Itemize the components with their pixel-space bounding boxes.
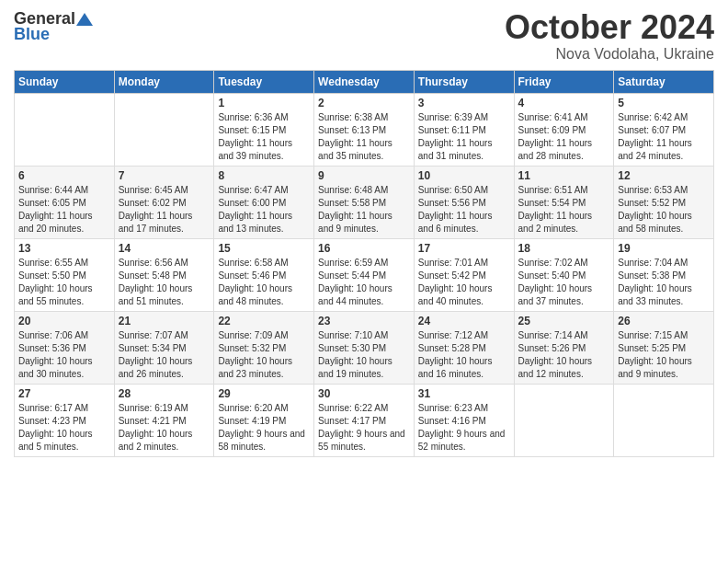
calendar-cell: 29Sunrise: 6:20 AM Sunset: 4:19 PM Dayli… [214,384,314,456]
day-detail: Sunrise: 6:23 AM Sunset: 4:16 PM Dayligh… [418,402,510,454]
calendar-cell: 17Sunrise: 7:01 AM Sunset: 5:42 PM Dayli… [414,238,514,311]
calendar-cell: 19Sunrise: 7:04 AM Sunset: 5:38 PM Dayli… [614,238,714,311]
header: General Blue October 2024 Nova Vodolaha,… [14,9,714,63]
col-saturday: Saturday [614,70,714,93]
day-number: 2 [318,97,410,109]
week-row-1: 1Sunrise: 6:36 AM Sunset: 6:15 PM Daylig… [15,93,714,166]
day-number: 29 [218,387,310,400]
day-number: 1 [218,97,310,109]
day-detail: Sunrise: 7:02 AM Sunset: 5:40 PM Dayligh… [518,257,610,308]
day-number: 28 [119,387,210,400]
day-number: 27 [18,387,110,400]
calendar-cell: 14Sunrise: 6:56 AM Sunset: 5:48 PM Dayli… [114,238,214,311]
calendar-cell: 12Sunrise: 6:53 AM Sunset: 5:52 PM Dayli… [614,166,714,238]
day-detail: Sunrise: 6:53 AM Sunset: 5:52 PM Dayligh… [618,184,710,236]
col-sunday: Sunday [15,70,115,93]
calendar-cell: 5Sunrise: 6:42 AM Sunset: 6:07 PM Daylig… [614,93,714,166]
calendar-page: General Blue October 2024 Nova Vodolaha,… [0,0,728,466]
day-detail: Sunrise: 6:19 AM Sunset: 4:21 PM Dayligh… [119,402,210,454]
day-detail: Sunrise: 6:41 AM Sunset: 6:09 PM Dayligh… [518,111,610,163]
day-detail: Sunrise: 7:01 AM Sunset: 5:42 PM Dayligh… [418,257,510,308]
calendar-cell: 8Sunrise: 6:47 AM Sunset: 6:00 PM Daylig… [214,166,314,238]
day-detail: Sunrise: 6:42 AM Sunset: 6:07 PM Dayligh… [618,111,710,163]
col-tuesday: Tuesday [214,70,314,93]
calendar-cell: 4Sunrise: 6:41 AM Sunset: 6:09 PM Daylig… [514,93,614,166]
calendar-cell: 2Sunrise: 6:38 AM Sunset: 6:13 PM Daylig… [314,93,415,166]
day-number: 25 [518,315,610,327]
day-number: 3 [418,97,510,109]
col-monday: Monday [114,70,214,93]
day-number: 20 [18,315,110,327]
calendar-table: Sunday Monday Tuesday Wednesday Thursday… [14,70,714,457]
day-detail: Sunrise: 7:15 AM Sunset: 5:25 PM Dayligh… [618,329,710,381]
col-wednesday: Wednesday [314,70,415,93]
calendar-cell: 1Sunrise: 6:36 AM Sunset: 6:15 PM Daylig… [214,93,314,166]
day-number: 31 [418,387,510,400]
day-detail: Sunrise: 7:10 AM Sunset: 5:30 PM Dayligh… [318,329,410,381]
day-detail: Sunrise: 6:17 AM Sunset: 4:23 PM Dayligh… [18,402,110,454]
logo: General Blue [14,9,93,44]
svg-marker-0 [76,13,93,26]
day-number: 17 [418,242,510,255]
week-row-3: 13Sunrise: 6:55 AM Sunset: 5:50 PM Dayli… [15,238,714,311]
calendar-cell: 20Sunrise: 7:06 AM Sunset: 5:36 PM Dayli… [15,311,115,384]
day-number: 9 [318,169,410,182]
calendar-cell: 25Sunrise: 7:14 AM Sunset: 5:26 PM Dayli… [514,311,614,384]
title-block: October 2024 Nova Vodolaha, Ukraine [505,9,714,63]
day-number: 16 [318,242,410,255]
day-number: 14 [119,242,210,255]
day-number: 18 [518,242,610,255]
header-row: Sunday Monday Tuesday Wednesday Thursday… [15,70,714,93]
calendar-cell: 28Sunrise: 6:19 AM Sunset: 4:21 PM Dayli… [114,384,214,456]
day-detail: Sunrise: 6:44 AM Sunset: 6:05 PM Dayligh… [18,184,110,236]
day-number: 6 [18,169,110,182]
day-number: 4 [518,97,610,109]
day-detail: Sunrise: 6:56 AM Sunset: 5:48 PM Dayligh… [119,257,210,308]
day-detail: Sunrise: 7:09 AM Sunset: 5:32 PM Dayligh… [218,329,310,381]
location-title: Nova Vodolaha, Ukraine [505,46,714,63]
day-detail: Sunrise: 6:55 AM Sunset: 5:50 PM Dayligh… [18,257,110,308]
calendar-cell: 7Sunrise: 6:45 AM Sunset: 6:02 PM Daylig… [114,166,214,238]
day-detail: Sunrise: 6:36 AM Sunset: 6:15 PM Dayligh… [218,111,310,163]
col-thursday: Thursday [414,70,514,93]
calendar-cell: 3Sunrise: 6:39 AM Sunset: 6:11 PM Daylig… [414,93,514,166]
day-detail: Sunrise: 7:07 AM Sunset: 5:34 PM Dayligh… [119,329,210,381]
calendar-cell: 9Sunrise: 6:48 AM Sunset: 5:58 PM Daylig… [314,166,415,238]
calendar-cell: 22Sunrise: 7:09 AM Sunset: 5:32 PM Dayli… [214,311,314,384]
day-number: 23 [318,315,410,327]
day-detail: Sunrise: 6:22 AM Sunset: 4:17 PM Dayligh… [318,402,410,454]
calendar-cell [114,93,214,166]
week-row-5: 27Sunrise: 6:17 AM Sunset: 4:23 PM Dayli… [15,384,714,456]
day-number: 19 [618,242,710,255]
day-number: 5 [618,97,710,109]
day-detail: Sunrise: 7:04 AM Sunset: 5:38 PM Dayligh… [618,257,710,308]
day-number: 26 [618,315,710,327]
calendar-cell: 10Sunrise: 6:50 AM Sunset: 5:56 PM Dayli… [414,166,514,238]
day-detail: Sunrise: 6:58 AM Sunset: 5:46 PM Dayligh… [218,257,310,308]
day-number: 8 [218,169,310,182]
day-detail: Sunrise: 6:20 AM Sunset: 4:19 PM Dayligh… [218,402,310,454]
day-detail: Sunrise: 6:51 AM Sunset: 5:54 PM Dayligh… [518,184,610,236]
day-detail: Sunrise: 6:47 AM Sunset: 6:00 PM Dayligh… [218,184,310,236]
day-number: 12 [618,169,710,182]
calendar-cell [15,93,115,166]
logo-arrow-icon [76,11,93,28]
day-number: 22 [218,315,310,327]
day-number: 21 [119,315,210,327]
calendar-cell: 30Sunrise: 6:22 AM Sunset: 4:17 PM Dayli… [314,384,415,456]
calendar-cell: 31Sunrise: 6:23 AM Sunset: 4:16 PM Dayli… [414,384,514,456]
day-detail: Sunrise: 6:50 AM Sunset: 5:56 PM Dayligh… [418,184,510,236]
calendar-cell: 13Sunrise: 6:55 AM Sunset: 5:50 PM Dayli… [15,238,115,311]
day-detail: Sunrise: 7:12 AM Sunset: 5:28 PM Dayligh… [418,329,510,381]
day-number: 11 [518,169,610,182]
calendar-cell: 11Sunrise: 6:51 AM Sunset: 5:54 PM Dayli… [514,166,614,238]
week-row-4: 20Sunrise: 7:06 AM Sunset: 5:36 PM Dayli… [15,311,714,384]
calendar-cell: 18Sunrise: 7:02 AM Sunset: 5:40 PM Dayli… [514,238,614,311]
calendar-cell [614,384,714,456]
calendar-cell: 24Sunrise: 7:12 AM Sunset: 5:28 PM Dayli… [414,311,514,384]
day-detail: Sunrise: 6:38 AM Sunset: 6:13 PM Dayligh… [318,111,410,163]
day-number: 7 [119,169,210,182]
calendar-cell: 21Sunrise: 7:07 AM Sunset: 5:34 PM Dayli… [114,311,214,384]
day-detail: Sunrise: 7:14 AM Sunset: 5:26 PM Dayligh… [518,329,610,381]
day-number: 30 [318,387,410,400]
